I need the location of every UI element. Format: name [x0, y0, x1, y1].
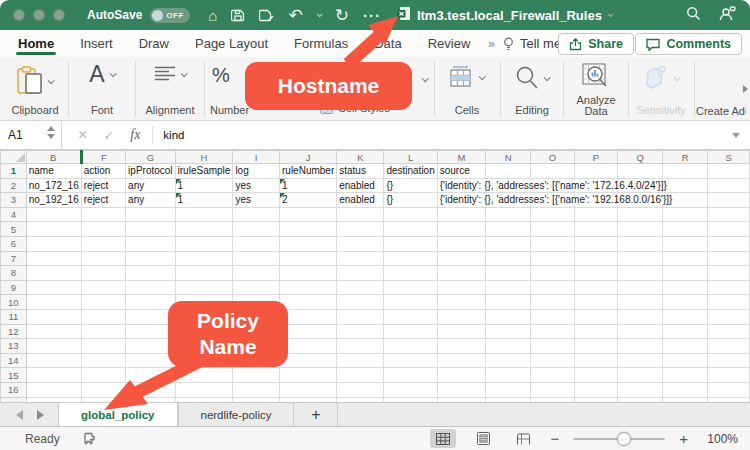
cell-G7[interactable]: [126, 251, 175, 266]
cell-N6[interactable]: [486, 236, 531, 251]
cell-J11[interactable]: [279, 309, 336, 324]
confirm-entry-icon[interactable]: ✓: [103, 128, 114, 143]
cell-Q10[interactable]: [617, 295, 662, 310]
column-header-H[interactable]: H: [175, 151, 233, 164]
row-header-6[interactable]: 6: [1, 236, 27, 251]
row-header-8[interactable]: 8: [1, 266, 27, 281]
cell-Q8[interactable]: [617, 266, 662, 281]
cell-B12[interactable]: [26, 324, 81, 339]
cell-F2[interactable]: reject: [81, 178, 125, 193]
cell-R5[interactable]: [663, 222, 708, 237]
cell-I8[interactable]: [233, 266, 280, 281]
cell-L9[interactable]: [384, 280, 437, 295]
cell-K14[interactable]: [337, 353, 384, 368]
column-header-O[interactable]: O: [531, 151, 574, 164]
cell-H6[interactable]: [175, 236, 233, 251]
cell-L4[interactable]: [384, 207, 437, 222]
cell-S11[interactable]: [708, 309, 750, 324]
insert-function-icon[interactable]: fx: [130, 127, 140, 143]
save-as-icon[interactable]: [259, 8, 274, 22]
cell-H7[interactable]: [175, 251, 233, 266]
cell-H9[interactable]: [175, 280, 233, 295]
cell-M10[interactable]: [437, 295, 485, 310]
cell-H2[interactable]: 1: [175, 178, 233, 193]
cell-R11[interactable]: [663, 309, 708, 324]
cell-B7[interactable]: [26, 251, 81, 266]
cell-L5[interactable]: [384, 222, 437, 237]
column-header-Q[interactable]: Q: [617, 151, 662, 164]
page-layout-view-button[interactable]: [470, 429, 496, 448]
analyze-data-group[interactable]: Analyze Data: [565, 57, 627, 121]
cell-I15[interactable]: [233, 368, 280, 383]
cell-Q15[interactable]: [617, 368, 662, 383]
cell-P7[interactable]: [574, 251, 617, 266]
cell-B4[interactable]: [26, 207, 81, 222]
cell-I1[interactable]: log: [233, 164, 280, 179]
cell-K5[interactable]: [337, 222, 384, 237]
clipboard-group[interactable]: Clipboard: [2, 57, 68, 121]
cell-S16[interactable]: [708, 382, 750, 397]
cell-Q1[interactable]: [617, 164, 662, 179]
cell-M12[interactable]: [437, 324, 485, 339]
cell-L12[interactable]: [384, 324, 437, 339]
cell-R12[interactable]: [663, 324, 708, 339]
cell-I3[interactable]: yes: [233, 193, 280, 208]
tabs-overflow-icon[interactable]: »: [488, 37, 495, 51]
cell-J1[interactable]: ruleNumber: [279, 164, 336, 179]
share-presence-icon[interactable]: [719, 6, 736, 25]
cell-L11[interactable]: [384, 309, 437, 324]
cell-N1[interactable]: [486, 164, 531, 179]
search-icon[interactable]: [686, 6, 701, 25]
cell-B2[interactable]: no_172_16: [26, 178, 81, 193]
cell-O1[interactable]: [531, 164, 574, 179]
column-header-B[interactable]: B: [26, 151, 81, 164]
font-group[interactable]: A Font: [70, 57, 134, 121]
cell-M8[interactable]: [437, 266, 485, 281]
cell-F10[interactable]: [81, 295, 125, 310]
cell-L3[interactable]: {}: [384, 193, 437, 208]
cell-F3[interactable]: reject: [81, 193, 125, 208]
cell-O11[interactable]: [531, 309, 574, 324]
cell-J10[interactable]: [279, 295, 336, 310]
cell-F4[interactable]: [81, 207, 125, 222]
cell-P4[interactable]: [574, 207, 617, 222]
cell-R2[interactable]: [663, 178, 708, 193]
row-header-3[interactable]: 3: [1, 193, 27, 208]
page-break-view-button[interactable]: [510, 429, 536, 448]
cell-I16[interactable]: [233, 382, 280, 397]
cell-F9[interactable]: [81, 280, 125, 295]
cell-S3[interactable]: [708, 193, 750, 208]
cell-I2[interactable]: yes: [233, 178, 280, 193]
cell-S6[interactable]: [708, 236, 750, 251]
cell-J15[interactable]: [279, 368, 336, 383]
column-header-R[interactable]: R: [663, 151, 708, 164]
cell-P12[interactable]: [574, 324, 617, 339]
cell-F8[interactable]: [81, 266, 125, 281]
cell-Q9[interactable]: [617, 280, 662, 295]
cell-J7[interactable]: [279, 251, 336, 266]
cell-L1[interactable]: destination: [384, 164, 437, 179]
add-sheet-button[interactable]: +: [294, 403, 338, 426]
cancel-entry-icon[interactable]: ×: [78, 126, 87, 144]
row-header-11[interactable]: 11: [1, 309, 27, 324]
cell-I9[interactable]: [233, 280, 280, 295]
cell-B11[interactable]: [26, 309, 81, 324]
cell-H5[interactable]: [175, 222, 233, 237]
font-dropdown-icon[interactable]: [109, 70, 116, 77]
column-header-G[interactable]: G: [126, 151, 175, 164]
cell-K8[interactable]: [337, 266, 384, 281]
cell-N11[interactable]: [486, 309, 531, 324]
cell-B8[interactable]: [26, 266, 81, 281]
cell-K2[interactable]: enabled: [337, 178, 384, 193]
cell-H4[interactable]: [175, 207, 233, 222]
cell-K3[interactable]: enabled: [337, 193, 384, 208]
tab-insert[interactable]: Insert: [80, 30, 113, 57]
save-icon[interactable]: [231, 8, 245, 22]
cell-I5[interactable]: [233, 222, 280, 237]
formula-content[interactable]: kind: [163, 129, 184, 141]
create-addins-group[interactable]: Create Add-ins: [696, 57, 746, 121]
cell-B9[interactable]: [26, 280, 81, 295]
cell-O8[interactable]: [531, 266, 574, 281]
cell-K13[interactable]: [337, 339, 384, 354]
cell-Q12[interactable]: [617, 324, 662, 339]
